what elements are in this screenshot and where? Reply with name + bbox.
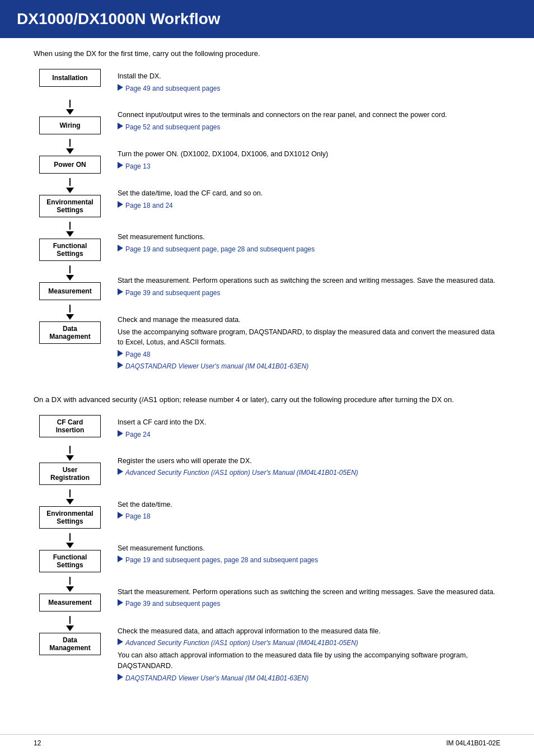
link-text[interactable]: Page 39 and subsequent pages (125, 288, 220, 298)
flow-box-cf-card: CF Card Insertion (39, 415, 101, 437)
flow-box-measurement2: Measurement (39, 594, 101, 612)
workflow-step-func-settings: Functional SettingsSet measurement funct… (34, 222, 500, 261)
step-content-env-settings2: Set the date/time.Page 18 (118, 489, 500, 524)
flow-box-wiring: Wiring (39, 116, 101, 134)
link-text[interactable]: DAQSTANDARD Viewer User's manual (IM 04L… (125, 361, 308, 371)
flow-box-user-reg: User Registration (39, 463, 101, 485)
workflow-step-data-mgmt2: Data ManagementCheck the measured data, … (34, 616, 500, 685)
page-header: DX1000/DX1000N Workflow (0, 0, 534, 38)
workflow-2: CF Card InsertionInsert a CF card into t… (34, 415, 500, 689)
step-content-func-settings2: Set measurement functions.Page 19 and su… (118, 533, 500, 567)
step-content-installation: Install the DX.Page 49 and subsequent pa… (118, 69, 500, 95)
workflow-step-power-on: Power ONTurn the power ON. (DX1002, DX10… (34, 139, 500, 174)
arrow-icon (118, 84, 123, 91)
step-content-data-mgmt: Check and manage the measured data.Use t… (118, 305, 500, 373)
section2-intro: On a DX with advanced security (/AS1 opt… (34, 394, 500, 406)
footer-doc-id: IM 04L41B01-02E (446, 739, 500, 747)
link-text[interactable]: Advanced Security Function (/AS1 option)… (125, 638, 358, 648)
workflow-step-env-settings2: Environmental SettingsSet the date/time.… (34, 489, 500, 529)
link-text[interactable]: Advanced Security Function (/AS1 option)… (125, 468, 358, 478)
arrow-icon (118, 201, 123, 208)
flow-box-installation: Installation (39, 69, 101, 87)
step-content-cf-card: Insert a CF card into the DX.Page 24 (118, 415, 500, 441)
workflow-step-env-settings: Environmental SettingsSet the date/time,… (34, 178, 500, 217)
arrow-icon (118, 674, 123, 680)
workflow-step-installation: InstallationInstall the DX.Page 49 and s… (34, 69, 500, 95)
arrow-icon (118, 162, 123, 169)
workflow-step-func-settings2: Functional SettingsSet measurement funct… (34, 533, 500, 572)
link-text[interactable]: Page 48 (125, 349, 151, 360)
step-content-user-reg: Register the users who will operate the … (118, 446, 500, 480)
link-text[interactable]: DAQSTANDARD Viewer User's Manual (IM 04L… (125, 673, 308, 683)
footer-page-num: 12 (34, 739, 41, 747)
flow-box-data-mgmt: Data Management (39, 321, 101, 344)
page-footer: 12 IM 04L41B01-02E (0, 734, 534, 752)
workflow-step-data-mgmt: Data ManagementCheck and manage the meas… (34, 305, 500, 373)
arrow-icon (118, 123, 123, 129)
link-text[interactable]: Page 19 and subsequent page, page 28 and… (125, 244, 315, 254)
flow-box-func-settings: Functional Settings (39, 239, 101, 261)
workflow-step-cf-card: CF Card InsertionInsert a CF card into t… (34, 415, 500, 441)
link-text[interactable]: Page 24 (125, 430, 151, 440)
step-content-measurement2: Start the measurement. Perform operation… (118, 577, 500, 611)
arrow-icon (118, 599, 123, 606)
step-content-env-settings: Set the date/time, load the CF card, and… (118, 178, 500, 212)
arrow-icon (118, 512, 123, 519)
link-text[interactable]: Page 19 and subsequent pages, page 28 an… (125, 555, 318, 565)
arrow-icon (118, 362, 123, 368)
page-title: DX1000/DX1000N Workflow (17, 10, 517, 28)
arrow-icon (118, 288, 123, 295)
intro-text: When using the DX for the first time, ca… (34, 49, 500, 58)
flow-box-power-on: Power ON (39, 156, 101, 174)
flow-box-env-settings: Environmental Settings (39, 195, 101, 217)
link-text[interactable]: Page 39 and subsequent pages (125, 599, 220, 609)
workflow-step-wiring: WiringConnect input/output wires to the … (34, 100, 500, 134)
step-content-data-mgmt2: Check the measured data, and attach appr… (118, 616, 500, 685)
workflow-1: InstallationInstall the DX.Page 49 and s… (34, 69, 500, 377)
step-content-func-settings: Set measurement functions.Page 19 and su… (118, 222, 500, 256)
step-content-wiring: Connect input/output wires to the termin… (118, 100, 500, 134)
flow-box-measurement: Measurement (39, 282, 101, 300)
flow-box-data-mgmt2: Data Management (39, 633, 101, 655)
arrow-icon (118, 468, 123, 475)
arrow-icon (118, 638, 123, 645)
arrow-icon (118, 556, 123, 562)
workflow-step-measurement2: MeasurementStart the measurement. Perfor… (34, 577, 500, 612)
step-content-measurement: Start the measurement. Perform operation… (118, 265, 500, 300)
arrow-icon (118, 430, 123, 437)
arrow-icon (118, 350, 123, 357)
step-content-power-on: Turn the power ON. (DX1002, DX1004, DX10… (118, 139, 500, 173)
flow-box-env-settings2: Environmental Settings (39, 506, 101, 529)
link-text[interactable]: Page 18 and 24 (125, 200, 173, 211)
link-text[interactable]: Page 18 (125, 511, 151, 521)
link-text[interactable]: Page 52 and subsequent pages (125, 122, 220, 132)
workflow-step-user-reg: User RegistrationRegister the users who … (34, 446, 500, 485)
link-text[interactable]: Page 13 (125, 161, 151, 171)
flow-box-func-settings2: Functional Settings (39, 550, 101, 572)
workflow-step-measurement: MeasurementStart the measurement. Perfor… (34, 265, 500, 300)
link-text[interactable]: Page 49 and subsequent pages (125, 83, 220, 94)
arrow-icon (118, 245, 123, 251)
